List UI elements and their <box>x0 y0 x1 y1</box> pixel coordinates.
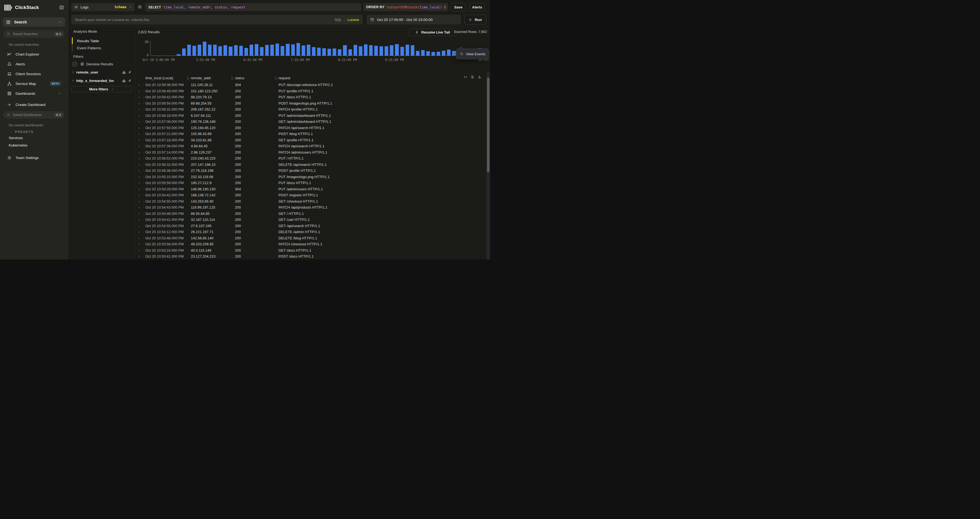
chart-bar[interactable] <box>442 51 445 56</box>
table-row[interactable]: ›Oct 20 10:59:49.000 PM101.180.123.25020… <box>135 88 488 94</box>
table-row[interactable]: ›Oct 20 10:58:31.000 PM206.167.252.22200… <box>135 106 488 113</box>
table-row[interactable]: ›Oct 20 10:57:39.000 PM4.94.64.45200PATC… <box>135 143 488 149</box>
row-expand-chevron[interactable]: › <box>138 169 140 173</box>
presets-section-toggle[interactable]: PRESETS <box>9 130 34 134</box>
chart-bar[interactable] <box>406 45 409 56</box>
chart-bar[interactable] <box>177 54 180 56</box>
chart-bar[interactable] <box>411 45 414 56</box>
table-row[interactable]: ›Oct 20 10:57:21.000 PM105.96.43.69200PO… <box>135 131 488 137</box>
column-header-request[interactable]: request <box>278 76 290 80</box>
chart-bar[interactable] <box>343 45 347 56</box>
chart-bar[interactable] <box>364 45 368 56</box>
mode-event-patterns[interactable]: Event Patterns <box>77 46 101 50</box>
chart-bar[interactable] <box>348 49 352 56</box>
language-toggle-sql[interactable]: SQL <box>334 18 342 22</box>
row-expand-chevron[interactable]: › <box>138 119 140 124</box>
chart-bar[interactable] <box>317 48 321 56</box>
table-row[interactable]: ›Oct 20 10:53:24.000 PM40.0.115.149200GE… <box>135 247 488 253</box>
language-toggle-lucene[interactable]: Lucene <box>347 18 359 22</box>
column-drag-handle[interactable] <box>187 77 189 80</box>
run-button[interactable]: Run <box>465 15 486 24</box>
table-row[interactable]: ›Oct 20 10:58:18.000 PM6.247.54.111200PU… <box>135 113 488 119</box>
chart-bar[interactable] <box>218 46 222 56</box>
row-expand-chevron[interactable]: › <box>138 101 140 105</box>
chart-bar[interactable] <box>286 44 290 56</box>
table-row[interactable]: ›Oct 20 10:54:55.000 PM27.6.107.245200GE… <box>135 223 488 229</box>
chart-bar[interactable] <box>182 48 186 56</box>
sidebar-item-client-sessions[interactable]: Client Sessions <box>4 70 64 78</box>
table-row[interactable]: ›Oct 20 10:54:55.000 PM143.253.65.90200G… <box>135 198 488 204</box>
save-button[interactable]: Save <box>451 3 466 11</box>
row-expand-chevron[interactable]: › <box>138 224 140 228</box>
source-select[interactable]: Logs Schema <box>71 3 134 11</box>
column-drag-handle[interactable] <box>231 77 233 80</box>
table-row[interactable]: ›Oct 20 10:55:59.000 PM180.27.212.9200PU… <box>135 180 488 186</box>
alerts-button[interactable]: Alerts <box>469 3 485 11</box>
chart-bar[interactable] <box>192 46 196 56</box>
date-range-picker[interactable]: Oct 20 17:00:00 - Oct 20 23:00:00 <box>367 15 461 24</box>
view-events-tooltip[interactable]: View Events <box>456 48 489 59</box>
sidebar-item-alerts[interactable]: Alerts <box>4 60 64 68</box>
table-row[interactable]: ›Oct 20 10:54:43.000 PM118.99.197.125200… <box>135 204 488 210</box>
row-expand-chevron[interactable]: › <box>138 144 140 148</box>
more-filters-button[interactable]: More filters <box>71 86 132 92</box>
select-columns-input[interactable]: SELECT time_local, remote_addr, status, … <box>145 3 361 11</box>
chart-bar[interactable] <box>369 45 373 56</box>
chart-bar[interactable] <box>229 46 232 56</box>
row-expand-chevron[interactable]: › <box>138 205 140 209</box>
table-row[interactable]: ›Oct 20 10:53:41.000 PM23.127.204.223200… <box>135 253 488 260</box>
row-expand-chevron[interactable]: › <box>138 199 140 203</box>
chart-bar[interactable] <box>338 49 341 56</box>
search-input[interactable]: Search your events w/ Lucene ex. column:… <box>71 15 363 24</box>
table-row[interactable]: ›Oct 20 10:57:18.000 PM34.233.81.86200GE… <box>135 137 488 143</box>
column-header-remote-addr[interactable]: remote_addr <box>191 76 211 80</box>
chart-bar[interactable] <box>307 45 310 56</box>
chart-bar[interactable] <box>302 46 305 56</box>
row-expand-chevron[interactable]: › <box>138 89 140 93</box>
create-dashboard-button[interactable]: Create Dashboard <box>4 100 64 109</box>
row-expand-chevron[interactable]: › <box>138 126 140 130</box>
denoise-label[interactable]: Denoise Results <box>86 62 113 66</box>
table-row[interactable]: ›Oct 20 10:59:54.000 PM69.68.254.55200PO… <box>135 100 488 107</box>
chart-bar[interactable] <box>203 41 206 56</box>
row-expand-chevron[interactable]: › <box>138 236 140 240</box>
table-row[interactable]: ›Oct 20 10:53:58.000 PM49.203.209.95200P… <box>135 241 488 247</box>
table-row[interactable]: ›Oct 20 10:56:52.000 PM210.240.43.225200… <box>135 155 488 161</box>
table-row[interactable]: ›Oct 20 10:54:42.000 PM186.136.72.142200… <box>135 192 488 198</box>
table-row[interactable]: ›Oct 20 10:57:14.000 PM2.96.129.237200PA… <box>135 149 488 156</box>
chart-bar[interactable] <box>260 47 264 56</box>
saved-searches-input[interactable]: Saved Searches ⌘ K <box>3 30 65 38</box>
sidebar-collapse-icon[interactable] <box>59 5 64 10</box>
chart-bar[interactable] <box>421 50 425 56</box>
resume-live-tail-button[interactable]: Resume Live Tail <box>409 29 457 36</box>
row-expand-chevron[interactable]: › <box>138 138 140 142</box>
table-row[interactable]: ›Oct 20 10:59:36.000 PM111.100.28.11304P… <box>135 82 488 88</box>
sidebar-item-service-map[interactable]: Service Map BETA <box>4 80 64 88</box>
chart-bar[interactable] <box>328 49 331 56</box>
chart-bar[interactable] <box>452 51 456 56</box>
chart-bar[interactable] <box>385 46 388 56</box>
column-drag-handle[interactable] <box>275 77 277 80</box>
chart-bar[interactable] <box>322 48 326 56</box>
sidebar-item-chart-explorer[interactable]: Chart Explorer <box>4 50 64 58</box>
scrollbar-thumb[interactable] <box>487 78 490 172</box>
table-row[interactable]: ›Oct 20 10:53:48.000 PM142.56.85.140200D… <box>135 235 488 241</box>
sidebar-item-search[interactable]: Search <box>3 18 65 27</box>
field-chart-icon[interactable] <box>122 70 126 74</box>
column-header-status[interactable]: status <box>235 76 245 80</box>
chart-bar[interactable] <box>250 45 253 56</box>
filter-field-remote-user[interactable]: remote_user <box>71 70 132 75</box>
chart-bar[interactable] <box>395 44 399 56</box>
table-row[interactable]: ›Oct 20 10:57:06.000 PM190.79.136.248200… <box>135 118 488 125</box>
preset-item-services[interactable]: Services <box>9 136 23 140</box>
chart-bar[interactable] <box>354 45 357 56</box>
order-by-input[interactable]: ORDER BY toStartOfMinute(time_local) D <box>363 3 448 11</box>
row-expand-chevron[interactable]: › <box>138 162 140 166</box>
chart-bar[interactable] <box>275 44 279 56</box>
row-expand-chevron[interactable]: › <box>138 193 140 197</box>
field-pin-icon[interactable] <box>128 70 132 74</box>
table-row[interactable]: ›Oct 20 10:55:10.000 PM232.33.119.56200P… <box>135 174 488 180</box>
denoise-checkbox[interactable] <box>72 62 77 67</box>
chart-bar[interactable] <box>416 51 420 56</box>
chart-bar[interactable] <box>255 44 258 56</box>
